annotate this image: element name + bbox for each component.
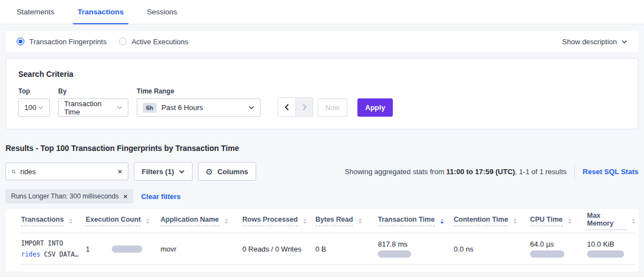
tab-statements[interactable]: Statements [12,0,59,24]
search-icon [12,168,16,175]
column-label[interactable]: Execution Count [86,216,141,226]
columns-button[interactable]: ⚙ Columns [198,162,256,181]
contention-time-cell: 0.0 ns [454,245,530,253]
sort-icon[interactable] [146,218,149,224]
column-header-max-memory: Max Memory [587,212,635,230]
tab-transactions[interactable]: Transactions [73,0,128,24]
rows-processed-cell: 0 Reads / 0 Writes [242,245,315,253]
time-prev-button[interactable] [278,98,295,116]
column-header-execution-count: Execution Count [86,216,160,226]
sort-icon-active-desc[interactable] [440,218,444,224]
transaction-statement-cell[interactable]: IMPORT INTO rides CSV DATA… [21,238,86,260]
results-heading: Results - Top 100 Transaction Fingerprin… [6,144,638,153]
search-criteria-title: Search Criteria [18,70,626,79]
time-range-select[interactable]: 6h Past 6 Hours [137,98,261,117]
chevron-down-icon [621,40,627,44]
sort-icon[interactable] [632,218,635,224]
gear-icon: ⚙ [206,168,213,176]
chevron-down-icon [117,106,122,109]
max-memory-value: 10.0 KiB [587,240,635,248]
time-range-label: Time Range [137,87,261,95]
now-button[interactable]: Now [318,98,347,117]
sort-icon[interactable] [69,218,72,224]
cpu-time-cell: 64.0 µs [530,240,587,258]
results-toolbar: ✕ Filters (1) ⚙ Columns Showing aggregat… [6,162,638,181]
statement-line2: rides CSV DATA… [21,249,86,260]
chevron-down-icon [179,170,185,174]
search-criteria-card: Search Criteria Top 100 By Transaction T… [6,58,638,129]
filter-tag: Runs Longer Than: 300 milliseconds ✕ [6,189,133,203]
filter-tag-label: Runs Longer Than: 300 milliseconds [11,192,119,200]
stats-time-range: 11:00 to 17:59 (UTC) [446,168,515,176]
show-description-label: Show description [562,38,617,46]
radio-selected-icon [17,38,24,45]
view-toggle-band: Transaction Fingerprints Active Executio… [6,31,638,52]
statement-link[interactable]: rides [21,250,40,258]
transaction-time-value: 817.8 ms [378,240,454,248]
sort-icon[interactable] [513,218,517,224]
time-nav-group [278,97,313,117]
arrow-left-icon [284,104,289,111]
by-label: By [58,87,128,95]
column-label[interactable]: CPU Time [530,216,563,226]
arrow-right-icon [302,104,307,111]
radio-unselected-icon [119,38,127,45]
table-row: IMPORT INTO rides CSV DATA… 1 movr 0 Rea… [21,233,635,265]
column-label[interactable]: Transactions [21,216,64,226]
time-range-badge: 6h [143,103,157,113]
stats-suffix: , 1-1 of 1 results [515,168,567,176]
search-input[interactable] [20,168,118,176]
top-select-value: 100 [24,103,37,112]
column-label[interactable]: Contention Time [454,216,508,226]
column-label[interactable]: Application Name [160,216,219,226]
reset-sql-stats-link[interactable]: Reset SQL Stats [583,168,638,176]
application-name-cell: movr [160,245,242,253]
search-box[interactable]: ✕ [6,163,128,180]
sort-icon[interactable] [359,218,362,224]
filters-label: Filters (1) [142,168,174,176]
column-header-cpu-time: CPU Time [530,216,587,226]
stats-prefix: Showing aggregated stats from [345,168,446,176]
column-header-transaction-time: Transaction Time [378,216,454,226]
column-header-bytes-read: Bytes Read [315,216,378,226]
filters-button[interactable]: Filters (1) [134,162,193,181]
clear-filters-link[interactable]: Clear filters [141,192,181,201]
execution-count-value: 1 [86,245,90,253]
column-label[interactable]: Max Memory [587,212,626,230]
column-header-transactions: Transactions [21,216,86,226]
max-memory-cell: 10.0 KiB [587,240,635,258]
statement-rest: CSV DATA… [40,250,79,258]
by-field: By Transaction Time [58,87,128,117]
chevron-down-icon [248,106,255,109]
results-table: Transactions Execution Count Application… [6,209,638,271]
top-label: Top [18,87,50,95]
show-description-toggle[interactable]: Show description [562,38,627,46]
aggregated-stats-text: Showing aggregated stats from 11:00 to 1… [345,168,567,176]
apply-button[interactable]: Apply [357,98,393,117]
radio-label: Active Executions [132,38,189,46]
sort-icon[interactable] [303,218,307,224]
column-label[interactable]: Bytes Read [315,216,353,226]
clear-search-icon[interactable]: ✕ [118,169,122,175]
column-label[interactable]: Rows Processed [242,216,298,226]
max-memory-bar [587,250,624,258]
sort-icon[interactable] [225,218,228,224]
tab-sessions[interactable]: Sessions [143,0,182,24]
page-tabs: Statements Transactions Sessions [0,0,644,24]
top-field: Top 100 [18,87,50,117]
bytes-read-cell: 0 B [315,245,378,253]
column-header-contention-time: Contention Time [454,216,530,226]
active-filters-row: Runs Longer Than: 300 milliseconds ✕ Cle… [6,189,638,203]
time-next-button[interactable] [295,98,313,116]
table-header-row: Transactions Execution Count Application… [21,209,635,233]
radio-transaction-fingerprints[interactable]: Transaction Fingerprints [17,38,107,46]
by-select[interactable]: Transaction Time [58,98,128,117]
top-select[interactable]: 100 [18,98,50,117]
radio-active-executions[interactable]: Active Executions [119,38,189,46]
cpu-time-value: 64.0 µs [530,240,587,248]
sort-icon[interactable] [568,218,572,224]
column-header-rows-processed: Rows Processed [242,216,315,226]
execution-count-bar [112,245,142,253]
remove-filter-icon[interactable]: ✕ [123,194,128,200]
column-label[interactable]: Transaction Time [378,216,435,226]
